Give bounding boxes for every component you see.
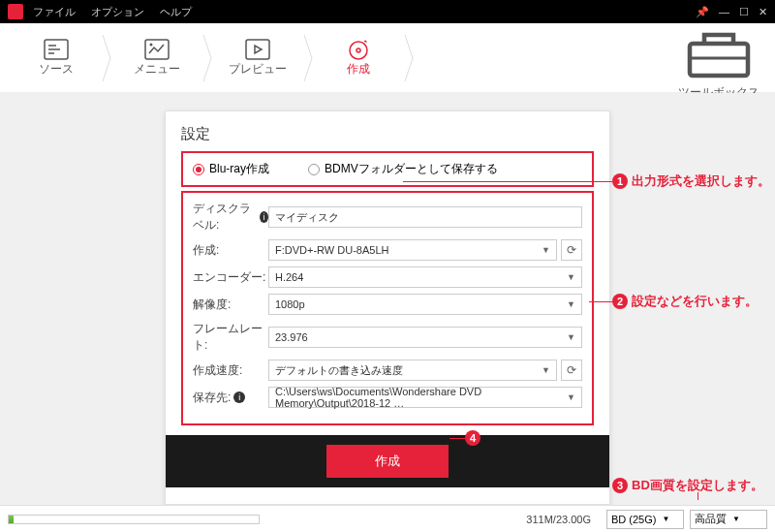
- annotation-4: 4: [465, 430, 480, 446]
- radio-bdmv-folder[interactable]: BDMVフォルダーとして保存する: [308, 161, 498, 177]
- radio-on-icon: [193, 164, 204, 175]
- toolbox-button[interactable]: ツールボックス: [678, 15, 760, 101]
- toolbox-icon: [678, 15, 760, 84]
- tab-source-label: ソース: [39, 61, 74, 78]
- annotation-1-line: [403, 181, 612, 182]
- select-encoder[interactable]: H.264▼: [268, 266, 582, 288]
- create-button[interactable]: 作成: [326, 445, 449, 478]
- menu-file[interactable]: ファイル: [33, 5, 76, 19]
- tab-create[interactable]: 作成: [318, 23, 399, 93]
- select-write-speed[interactable]: デフォルトの書き込み速度▼: [268, 360, 557, 381]
- titlebar: ファイル オプション ヘルプ 📌 — ☐ ✕: [0, 0, 775, 23]
- svg-marker-7: [255, 46, 262, 53]
- radio-off-icon: [308, 164, 320, 175]
- tab-menu[interactable]: メニュー: [116, 23, 198, 93]
- select-framerate[interactable]: 23.976▼: [268, 327, 582, 348]
- annotation-3-line: [698, 492, 698, 500]
- svg-point-8: [350, 42, 367, 59]
- select-disc-type[interactable]: BD (25G)▼: [606, 510, 684, 529]
- annotation-4-line: [450, 438, 465, 439]
- settings-form: ディスクラベル:i マイディスク 作成: F:DVD+-RW DU-8A5LH▼…: [181, 191, 594, 425]
- disc-burn-icon: [345, 38, 372, 61]
- panel-title: 設定: [166, 111, 609, 151]
- menu-options[interactable]: オプション: [91, 5, 144, 19]
- svg-point-9: [356, 48, 360, 52]
- select-destination[interactable]: C:\Users\ws\Documents\Wondershare DVD Me…: [268, 387, 582, 408]
- label-speed: 作成速度:: [193, 362, 268, 379]
- label-encoder: エンコーダー:: [193, 269, 268, 286]
- tab-bar: ソース メニュー プレビュー 作成 ツールボックス: [0, 23, 775, 93]
- annotation-2: 2設定などを行います。: [612, 293, 758, 310]
- tab-source[interactable]: ソース: [16, 23, 97, 93]
- status-bar: 311M/23.00G BD (25G)▼ 高品質▼: [0, 505, 775, 532]
- tab-create-label: 作成: [347, 61, 370, 78]
- disc-usage-bar: [8, 515, 260, 524]
- disc-usage-text: 311M/23.00G: [526, 514, 591, 525]
- tab-preview[interactable]: プレビュー: [217, 23, 298, 93]
- label-disclabel: ディスクラベル:i: [193, 201, 268, 234]
- label-create: 作成:: [193, 242, 268, 259]
- tab-menu-label: メニュー: [134, 61, 180, 78]
- tab-preview-label: プレビュー: [229, 61, 287, 78]
- label-resolution: 解像度:: [193, 297, 268, 313]
- select-create-drive[interactable]: F:DVD+-RW DU-8A5LH▼: [268, 239, 557, 261]
- annotation-2-line: [589, 301, 612, 302]
- refresh-speed-button[interactable]: ⟳: [561, 360, 582, 381]
- radio-bluray[interactable]: Blu-ray作成: [193, 161, 269, 177]
- label-framerate: フレームレート:: [193, 321, 268, 354]
- radio-bdmv-label: BDMVフォルダーとして保存する: [325, 161, 498, 177]
- svg-rect-6: [246, 40, 269, 59]
- info-icon[interactable]: i: [260, 211, 268, 223]
- source-icon: [43, 38, 70, 61]
- info-icon[interactable]: i: [233, 391, 245, 403]
- annotation-3: 3BD画質を設定します。: [612, 477, 763, 494]
- radio-bluray-label: Blu-ray作成: [209, 161, 269, 177]
- close-button[interactable]: ✕: [759, 6, 767, 18]
- app-logo-icon: [8, 4, 23, 19]
- menu-icon: [143, 38, 170, 61]
- label-dest: 保存先:i: [193, 390, 268, 406]
- select-quality[interactable]: 高品質▼: [690, 510, 767, 529]
- preview-icon: [244, 38, 271, 61]
- select-resolution[interactable]: 1080p▼: [268, 294, 582, 315]
- menu-help[interactable]: ヘルプ: [160, 5, 192, 19]
- input-disclabel[interactable]: マイディスク: [268, 206, 582, 228]
- annotation-1: 1出力形式を選択します。: [612, 172, 770, 190]
- refresh-drive-button[interactable]: ⟳: [561, 239, 582, 261]
- svg-point-5: [150, 44, 153, 47]
- settings-panel: 設定 Blu-ray作成 BDMVフォルダーとして保存する ディスクラベル:i …: [165, 110, 610, 505]
- create-bar: 作成: [166, 435, 609, 487]
